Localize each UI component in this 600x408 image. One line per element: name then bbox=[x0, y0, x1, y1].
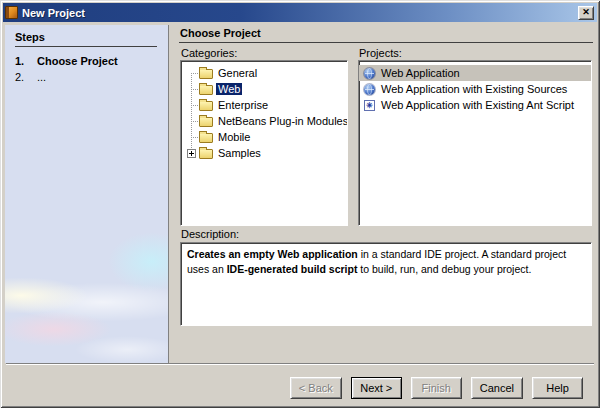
project-item-label: Web Application with Existing Sources bbox=[381, 83, 567, 95]
projects-label: Projects: bbox=[359, 47, 402, 59]
watermark-graphic bbox=[5, 228, 168, 363]
tree-item[interactable]: NetBeans Plug-in Modules bbox=[181, 113, 347, 129]
header-divider bbox=[179, 42, 593, 43]
steps-divider bbox=[15, 46, 157, 47]
steps-panel: Steps 1.Choose Project2.... bbox=[5, 25, 169, 363]
project-item[interactable]: ✳Web Application with Existing Ant Scrip… bbox=[359, 97, 591, 113]
wizard-step: 2.... bbox=[13, 69, 164, 85]
content-panel: Choose Project Categories: GeneralWebEnt… bbox=[170, 25, 597, 363]
categories-label: Categories: bbox=[181, 47, 237, 59]
window-title: New Project bbox=[22, 7, 85, 19]
categories-tree[interactable]: GeneralWebEnterpriseNetBeans Plug-in Mod… bbox=[180, 60, 348, 226]
cancel-button[interactable]: Cancel bbox=[471, 377, 523, 399]
folder-icon bbox=[199, 69, 213, 79]
expand-plus-icon[interactable] bbox=[187, 149, 196, 158]
tree-item-label: Enterprise bbox=[216, 99, 270, 111]
tree-item[interactable]: Mobile bbox=[181, 129, 347, 145]
globe-icon bbox=[364, 68, 375, 79]
tree-item[interactable]: Samples bbox=[181, 145, 347, 161]
help-button[interactable]: Help bbox=[532, 377, 583, 399]
folder-icon bbox=[199, 133, 213, 143]
folder-icon bbox=[199, 101, 213, 111]
description-text: IDE-generated build script bbox=[227, 263, 358, 275]
tree-item[interactable]: General bbox=[181, 65, 347, 81]
tree-item[interactable]: Enterprise bbox=[181, 97, 347, 113]
project-item[interactable]: Web Application with Existing Sources bbox=[359, 81, 591, 97]
project-item-label: Web Application with Existing Ant Script bbox=[381, 99, 574, 111]
ant-script-icon: ✳ bbox=[364, 100, 375, 111]
folder-icon bbox=[199, 149, 213, 159]
steps-header: Steps bbox=[15, 31, 45, 43]
tree-item-label: General bbox=[216, 67, 259, 79]
titlebar[interactable]: New Project ✕ bbox=[3, 3, 597, 22]
button-row: < BackNext >FinishCancelHelp bbox=[290, 377, 583, 399]
projects-list[interactable]: Web ApplicationWeb Application with Exis… bbox=[358, 60, 592, 226]
page-title: Choose Project bbox=[180, 27, 261, 39]
step-label: ... bbox=[37, 71, 46, 83]
description-text: to build, run, and debug your project. bbox=[357, 263, 531, 275]
folder-icon bbox=[199, 117, 213, 127]
new-project-dialog: New Project ✕ Steps 1.Choose Project2...… bbox=[0, 0, 600, 408]
step-number: 2. bbox=[13, 71, 37, 83]
separator bbox=[6, 363, 594, 365]
description-label: Description: bbox=[181, 228, 239, 240]
close-icon[interactable]: ✕ bbox=[578, 6, 594, 20]
tree-item-label: Mobile bbox=[216, 131, 252, 143]
folder-icon bbox=[199, 85, 213, 95]
tree-item-label: NetBeans Plug-in Modules bbox=[216, 115, 348, 127]
project-item-label: Web Application bbox=[381, 67, 460, 79]
back-button: < Back bbox=[290, 377, 342, 399]
tree-item-label: Web bbox=[216, 83, 242, 95]
next-button[interactable]: Next > bbox=[351, 377, 402, 399]
netbeans-project-icon bbox=[5, 6, 18, 19]
tree-item-label: Samples bbox=[216, 147, 263, 159]
step-label: Choose Project bbox=[37, 55, 118, 67]
description-box: Creates an empty Web application in a st… bbox=[180, 242, 592, 326]
steps-list: 1.Choose Project2.... bbox=[13, 53, 164, 85]
finish-button: Finish bbox=[411, 377, 462, 399]
description-text: Creates an empty Web application bbox=[187, 248, 358, 260]
tree-item[interactable]: Web bbox=[181, 81, 347, 97]
wizard-step: 1.Choose Project bbox=[13, 53, 164, 69]
project-item[interactable]: Web Application bbox=[359, 65, 591, 81]
step-number: 1. bbox=[13, 55, 37, 67]
globe-icon bbox=[364, 84, 375, 95]
